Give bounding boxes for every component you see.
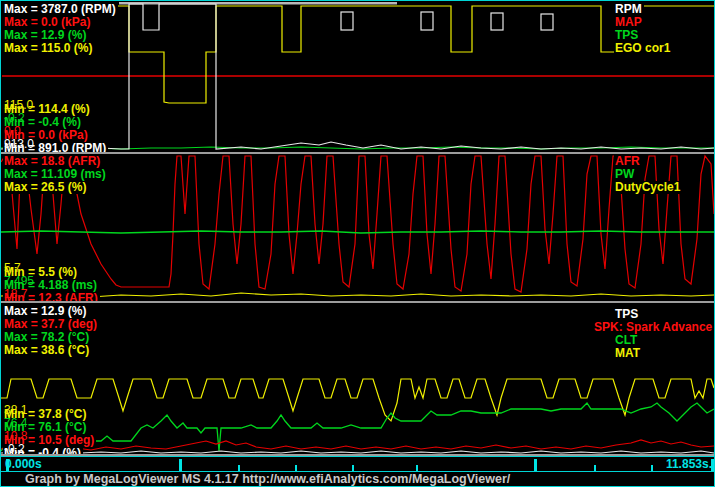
graph-panel-rpm[interactable]: Max = 3787.0 (RPM) Max = 0.0 (kPa) Max =…: [1, 2, 715, 152]
spark-advance-trace: [1, 440, 714, 450]
tick-mark: [6, 459, 9, 471]
mat-trace: [1, 379, 714, 421]
graph-panel-afr[interactable]: Max = 18.8 (AFR) Max = 11.109 (ms) Max =…: [1, 154, 715, 301]
tick-mark: [594, 465, 596, 471]
legend-item-spark-advance: SPK: Spark Advance: [593, 321, 714, 334]
cursor-value-rpm: 913.0: [4, 138, 34, 151]
afr-trace: [1, 156, 714, 292]
timeline-end-time: 11.853s.: [666, 458, 712, 471]
tick-mark: [534, 459, 537, 471]
rpm-pulse-marks: [341, 12, 553, 30]
panel-afr-plot: [1, 154, 715, 301]
max-label-duty: Max = 26.5 (%): [3, 181, 88, 194]
timeline-scrubber[interactable]: 0.000s 11.853s.: [1, 456, 715, 472]
tick-mark: [238, 465, 240, 471]
tick-mark: [295, 465, 297, 471]
graph-panel-spark[interactable]: Max = 12.9 (%) Max = 37.7 (deg) Max = 78…: [1, 303, 715, 454]
clt-trace: [1, 403, 714, 451]
min-label-rpm: Min = 891.0 (RPM)913.0: [3, 138, 108, 152]
status-bar: Graph by MegaLogViewer MS 4.1.17 http://…: [1, 472, 715, 487]
tps-trace-2: [1, 451, 714, 453]
min-label-afr: Min = 12.3 (AFR)18.7: [3, 288, 100, 301]
legend-item-mat: MAT: [614, 347, 642, 360]
megalogviewer-window: Max = 3787.0 (RPM) Max = 0.0 (kPa) Max =…: [0, 0, 715, 487]
max-label-mat: Max = 38.6 (°C): [3, 344, 91, 357]
tick-mark: [651, 465, 653, 471]
legend-item-ego-cor1: EGO cor1: [614, 42, 672, 55]
cursor-value-tps2: -0.2: [4, 443, 25, 454]
tick-mark: [416, 465, 418, 471]
status-bar-text: Graph by MegaLogViewer MS 4.1.17 http://…: [25, 472, 510, 486]
cursor-value-afr: 18.7: [4, 288, 27, 301]
min-label-tps2: Min = -0.4 (%)-0.2: [3, 443, 83, 454]
tick-mark: [711, 459, 714, 471]
timeline-start-time: 0.000s: [5, 458, 42, 471]
tick-mark: [352, 465, 354, 471]
dutycycle1-trace: [1, 293, 714, 297]
tick-mark: [179, 459, 182, 471]
legend-item-dutycycle1: DutyCycle1: [614, 181, 682, 194]
max-label-ego: Max = 115.0 (%): [3, 42, 94, 55]
